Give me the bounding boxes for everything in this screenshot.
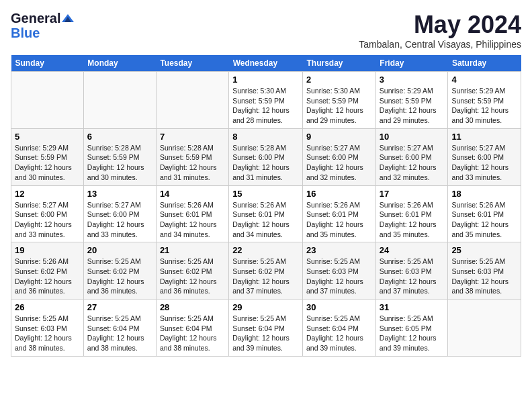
day-info: Sunrise: 5:28 AM Sunset: 5:59 PM Dayligh… — [87, 143, 152, 183]
day-info: Sunrise: 5:30 AM Sunset: 5:59 PM Dayligh… — [232, 86, 299, 126]
day-number: 8 — [232, 132, 299, 142]
week-row-3: 12Sunrise: 5:27 AM Sunset: 6:00 PM Dayli… — [11, 185, 521, 242]
day-number: 3 — [380, 75, 445, 85]
day-number: 14 — [160, 189, 225, 199]
day-cell: 7Sunrise: 5:28 AM Sunset: 5:59 PM Daylig… — [156, 128, 228, 185]
column-headers: SundayMondayTuesdayWednesdayThursdayFrid… — [11, 55, 521, 72]
day-number: 30 — [306, 302, 372, 312]
col-header-saturday: Saturday — [448, 55, 521, 72]
day-info: Sunrise: 5:26 AM Sunset: 6:02 PM Dayligh… — [15, 257, 80, 296]
day-info: Sunrise: 5:25 AM Sunset: 6:05 PM Dayligh… — [380, 314, 445, 353]
day-cell: 6Sunrise: 5:28 AM Sunset: 5:59 PM Daylig… — [83, 128, 156, 185]
col-header-wednesday: Wednesday — [229, 55, 303, 72]
day-cell — [11, 72, 84, 129]
day-cell — [448, 300, 521, 357]
day-info: Sunrise: 5:29 AM Sunset: 5:59 PM Dayligh… — [451, 86, 517, 126]
day-number: 4 — [451, 75, 517, 85]
day-info: Sunrise: 5:25 AM Sunset: 6:02 PM Dayligh… — [232, 257, 299, 296]
day-info: Sunrise: 5:25 AM Sunset: 6:03 PM Dayligh… — [380, 257, 445, 296]
day-cell: 30Sunrise: 5:25 AM Sunset: 6:04 PM Dayli… — [303, 300, 376, 357]
day-info: Sunrise: 5:25 AM Sunset: 6:04 PM Dayligh… — [87, 314, 152, 353]
day-number: 20 — [87, 245, 152, 255]
day-number: 12 — [15, 189, 80, 199]
day-cell: 26Sunrise: 5:25 AM Sunset: 6:03 PM Dayli… — [11, 300, 84, 357]
day-number: 26 — [15, 302, 80, 312]
logo-text: General — [11, 11, 60, 26]
day-number: 28 — [160, 302, 225, 312]
day-info: Sunrise: 5:25 AM Sunset: 6:03 PM Dayligh… — [306, 257, 372, 296]
day-number: 19 — [15, 245, 80, 255]
day-cell: 16Sunrise: 5:26 AM Sunset: 6:01 PM Dayli… — [303, 185, 376, 242]
day-cell: 8Sunrise: 5:28 AM Sunset: 6:00 PM Daylig… — [229, 128, 303, 185]
day-cell: 11Sunrise: 5:27 AM Sunset: 6:00 PM Dayli… — [448, 128, 521, 185]
day-info: Sunrise: 5:25 AM Sunset: 6:02 PM Dayligh… — [87, 257, 152, 296]
day-number: 17 — [380, 189, 445, 199]
day-info: Sunrise: 5:29 AM Sunset: 5:59 PM Dayligh… — [380, 86, 445, 126]
day-cell — [83, 72, 156, 129]
day-number: 7 — [160, 132, 225, 142]
day-info: Sunrise: 5:27 AM Sunset: 6:00 PM Dayligh… — [15, 200, 80, 240]
day-cell: 10Sunrise: 5:27 AM Sunset: 6:00 PM Dayli… — [375, 128, 448, 185]
day-info: Sunrise: 5:25 AM Sunset: 6:02 PM Dayligh… — [160, 257, 225, 296]
day-info: Sunrise: 5:26 AM Sunset: 6:01 PM Dayligh… — [160, 200, 225, 240]
day-cell: 15Sunrise: 5:26 AM Sunset: 6:01 PM Dayli… — [229, 185, 303, 242]
day-cell: 28Sunrise: 5:25 AM Sunset: 6:04 PM Dayli… — [156, 300, 228, 357]
day-number: 15 — [232, 189, 299, 199]
day-number: 18 — [451, 189, 517, 199]
col-header-monday: Monday — [83, 55, 156, 72]
day-number: 21 — [160, 245, 225, 255]
day-info: Sunrise: 5:25 AM Sunset: 6:03 PM Dayligh… — [451, 257, 517, 296]
day-number: 22 — [232, 245, 299, 255]
month-title: May 2024 — [359, 11, 521, 39]
day-info: Sunrise: 5:26 AM Sunset: 6:01 PM Dayligh… — [451, 200, 517, 240]
week-row-2: 5Sunrise: 5:29 AM Sunset: 5:59 PM Daylig… — [11, 128, 521, 185]
day-number: 6 — [87, 132, 152, 142]
week-row-1: 1Sunrise: 5:30 AM Sunset: 5:59 PM Daylig… — [11, 72, 521, 129]
day-cell: 2Sunrise: 5:30 AM Sunset: 5:59 PM Daylig… — [303, 72, 376, 129]
col-header-thursday: Thursday — [303, 55, 376, 72]
day-info: Sunrise: 5:29 AM Sunset: 5:59 PM Dayligh… — [15, 143, 80, 183]
day-number: 9 — [306, 132, 372, 142]
day-number: 5 — [15, 132, 80, 142]
location: Tambalan, Central Visayas, Philippines — [359, 39, 521, 50]
col-header-tuesday: Tuesday — [156, 55, 228, 72]
day-number: 13 — [87, 189, 152, 199]
logo-icon — [62, 14, 74, 22]
day-number: 29 — [232, 302, 299, 312]
week-row-5: 26Sunrise: 5:25 AM Sunset: 6:03 PM Dayli… — [11, 300, 521, 357]
day-cell: 19Sunrise: 5:26 AM Sunset: 6:02 PM Dayli… — [11, 242, 84, 300]
day-info: Sunrise: 5:25 AM Sunset: 6:04 PM Dayligh… — [160, 314, 225, 353]
day-number: 10 — [380, 132, 445, 142]
day-cell: 1Sunrise: 5:30 AM Sunset: 5:59 PM Daylig… — [229, 72, 303, 129]
day-cell — [156, 72, 228, 129]
day-cell: 12Sunrise: 5:27 AM Sunset: 6:00 PM Dayli… — [11, 185, 84, 242]
day-info: Sunrise: 5:27 AM Sunset: 6:00 PM Dayligh… — [451, 143, 517, 183]
day-cell: 13Sunrise: 5:27 AM Sunset: 6:00 PM Dayli… — [83, 185, 156, 242]
day-info: Sunrise: 5:30 AM Sunset: 5:59 PM Dayligh… — [306, 86, 372, 126]
col-header-friday: Friday — [375, 55, 448, 72]
day-cell: 27Sunrise: 5:25 AM Sunset: 6:04 PM Dayli… — [83, 300, 156, 357]
title-area: May 2024 Tambalan, Central Visayas, Phil… — [359, 11, 521, 50]
day-cell: 4Sunrise: 5:29 AM Sunset: 5:59 PM Daylig… — [448, 72, 521, 129]
day-info: Sunrise: 5:28 AM Sunset: 5:59 PM Dayligh… — [160, 143, 225, 183]
day-number: 1 — [232, 75, 299, 85]
day-cell: 17Sunrise: 5:26 AM Sunset: 6:01 PM Dayli… — [375, 185, 448, 242]
day-cell: 31Sunrise: 5:25 AM Sunset: 6:05 PM Dayli… — [375, 300, 448, 357]
day-cell: 3Sunrise: 5:29 AM Sunset: 5:59 PM Daylig… — [375, 72, 448, 129]
day-number: 2 — [306, 75, 372, 85]
col-header-sunday: Sunday — [11, 55, 84, 72]
week-row-4: 19Sunrise: 5:26 AM Sunset: 6:02 PM Dayli… — [11, 242, 521, 300]
day-cell: 29Sunrise: 5:25 AM Sunset: 6:04 PM Dayli… — [229, 300, 303, 357]
day-info: Sunrise: 5:25 AM Sunset: 6:04 PM Dayligh… — [232, 314, 299, 353]
calendar-body: 1Sunrise: 5:30 AM Sunset: 5:59 PM Daylig… — [11, 72, 521, 357]
day-number: 27 — [87, 302, 152, 312]
day-cell: 9Sunrise: 5:27 AM Sunset: 6:00 PM Daylig… — [303, 128, 376, 185]
day-number: 16 — [306, 189, 372, 199]
day-info: Sunrise: 5:25 AM Sunset: 6:03 PM Dayligh… — [15, 314, 80, 353]
day-cell: 5Sunrise: 5:29 AM Sunset: 5:59 PM Daylig… — [11, 128, 84, 185]
calendar-table: SundayMondayTuesdayWednesdayThursdayFrid… — [11, 55, 521, 357]
day-cell: 25Sunrise: 5:25 AM Sunset: 6:03 PM Dayli… — [448, 242, 521, 300]
day-info: Sunrise: 5:25 AM Sunset: 6:04 PM Dayligh… — [306, 314, 372, 353]
day-cell: 21Sunrise: 5:25 AM Sunset: 6:02 PM Dayli… — [156, 242, 228, 300]
day-number: 24 — [380, 245, 445, 255]
